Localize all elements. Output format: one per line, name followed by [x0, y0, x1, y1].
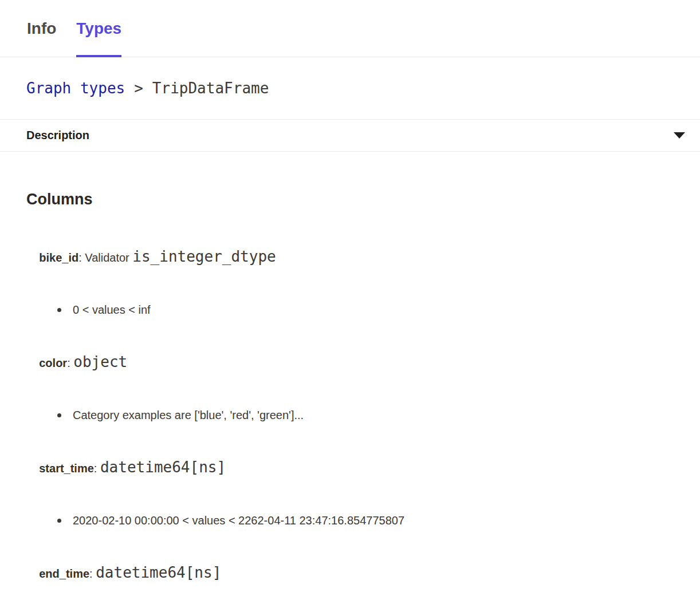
constraint-text: 0 < values < inf — [73, 301, 151, 318]
column-separator: : — [67, 357, 73, 369]
bullet-icon — [57, 519, 61, 523]
breadcrumb: Graph types > TripDataFrame — [0, 57, 700, 120]
column-type-code: datetime64[ns] — [96, 564, 221, 581]
column-constraint-color: Category examples are ['blue', 'red', 'g… — [26, 406, 674, 424]
tab-types-label: Types — [76, 19, 121, 38]
tab-info[interactable]: Info — [27, 0, 56, 57]
tab-info-label: Info — [27, 19, 56, 38]
column-name: end_time — [39, 567, 89, 580]
column-name: color — [39, 357, 67, 369]
column-separator: : — [94, 462, 100, 475]
column-type-code: datetime64[ns] — [100, 459, 226, 476]
column-type-code: is_integer_dtype — [132, 248, 276, 265]
bullet-icon — [57, 308, 61, 312]
column-name: start_time — [39, 462, 94, 475]
column-constraint-start-time: 2020-02-10 00:00:00 < values < 2262-04-1… — [26, 512, 674, 529]
column-definition-color: color: object — [26, 336, 674, 389]
column-type-code: object — [73, 353, 127, 370]
column-constraint-bike-id: 0 < values < inf — [26, 301, 674, 318]
breadcrumb-link-graph-types[interactable]: Graph types — [26, 80, 125, 97]
active-tab-indicator — [76, 55, 121, 57]
column-separator: : Validator — [78, 251, 132, 264]
column-name: bike_id — [39, 251, 78, 264]
column-separator: : — [89, 567, 96, 580]
bullet-icon — [57, 413, 61, 417]
tab-bar: Info Types — [0, 0, 700, 57]
constraint-text: Category examples are ['blue', 'red', 'g… — [73, 406, 304, 424]
columns-heading: Columns — [26, 189, 674, 209]
tab-types[interactable]: Types — [76, 0, 121, 57]
column-definition-start-time: start_time: datetime64[ns] — [26, 441, 674, 494]
column-definition-end-time: end_time: datetime64[ns] — [26, 547, 674, 599]
description-section-header[interactable]: Description — [0, 120, 700, 152]
breadcrumb-current-page: TripDataFrame — [152, 80, 269, 97]
description-label: Description — [26, 129, 89, 142]
constraint-text: 2020-02-10 00:00:00 < values < 2262-04-1… — [73, 512, 404, 529]
breadcrumb-separator: > — [134, 80, 143, 97]
column-definition-bike-id: bike_id: Validator is_integer_dtype — [26, 231, 674, 283]
chevron-down-icon[interactable] — [674, 132, 685, 139]
columns-section: Columns bike_id: Validator is_integer_dt… — [0, 189, 700, 608]
